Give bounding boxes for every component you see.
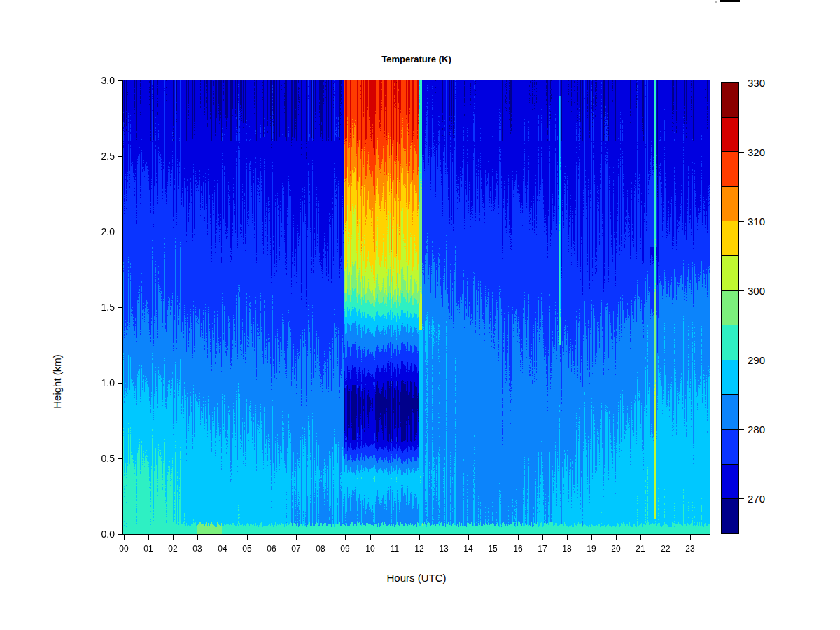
x-tick-label: 21 <box>631 544 650 554</box>
colorbar-tick <box>739 429 744 430</box>
x-tick <box>173 535 174 540</box>
colorbar-segment <box>722 290 738 326</box>
colorbar-tick-label: 300 <box>748 285 765 297</box>
colorbar-tick-label: 320 <box>748 146 765 158</box>
y-tick <box>118 232 123 232</box>
colorbar-segment <box>722 151 738 186</box>
x-tick-label: 07 <box>287 544 305 554</box>
colorbar-segment <box>722 464 738 499</box>
x-tick <box>419 535 420 540</box>
colorbar-segment <box>722 360 738 395</box>
colorbar-tick <box>739 498 744 499</box>
x-tick <box>542 535 543 540</box>
x-tick <box>197 535 198 540</box>
top-edge-speck <box>715 1 718 3</box>
colorbar-segment <box>722 186 738 221</box>
colorbar-tick <box>739 290 744 291</box>
x-tick-label: 05 <box>238 544 256 554</box>
colorbar-tick-label: 310 <box>748 216 765 227</box>
colorbar-tick-label: 290 <box>748 354 765 366</box>
x-tick <box>690 535 691 540</box>
colorbar-segment <box>722 394 738 429</box>
x-tick <box>395 535 396 540</box>
y-tick-label: 2.5 <box>87 150 115 162</box>
x-tick-label: 08 <box>312 544 330 554</box>
y-tick <box>118 80 123 81</box>
colorbar-segment <box>722 220 738 255</box>
colorbar-tick-label: 280 <box>748 424 765 435</box>
y-tick-label: 2.0 <box>87 226 115 237</box>
x-tick-label: 23 <box>681 544 699 554</box>
y-tick <box>118 156 123 157</box>
x-tick-label: 20 <box>607 544 625 554</box>
colorbar-segment <box>722 498 738 533</box>
colorbar-segment <box>722 429 738 464</box>
x-tick-label: 17 <box>533 544 552 554</box>
clipped-top-colorbar-artifact <box>720 0 740 2</box>
x-tick <box>444 535 444 540</box>
x-tick <box>345 535 346 540</box>
x-tick-label: 00 <box>115 544 133 554</box>
chart-title: Temperature (K) <box>123 54 710 64</box>
x-tick <box>370 535 371 540</box>
x-tick <box>223 535 223 540</box>
x-tick-label: 06 <box>262 544 281 554</box>
x-tick-label: 14 <box>459 544 477 554</box>
colorbar-tick <box>739 360 744 360</box>
x-tick <box>124 535 125 540</box>
x-tick-label: 13 <box>435 544 453 554</box>
x-tick-label: 09 <box>336 544 354 554</box>
y-tick-label: 1.0 <box>87 377 115 388</box>
colorbar-tick <box>739 221 744 222</box>
y-axis-title: Height (km) <box>51 354 63 409</box>
y-tick-label: 0.5 <box>87 453 115 464</box>
x-tick <box>616 535 617 540</box>
x-tick-label: 16 <box>509 544 527 554</box>
colorbar-tick <box>739 152 744 153</box>
x-tick-label: 10 <box>361 544 379 554</box>
x-tick-label: 03 <box>188 544 206 554</box>
x-tick <box>296 535 297 540</box>
x-tick <box>148 535 149 540</box>
x-axis-title: Hours (UTC) <box>123 572 710 584</box>
x-tick-label: 18 <box>558 544 576 554</box>
colorbar-segment <box>722 83 738 117</box>
temperature-heatmap-figure: Temperature (K) 0.00.51.01.52.02.53.0 00… <box>0 0 840 630</box>
colorbar-segment <box>722 255 738 290</box>
y-tick <box>118 534 123 535</box>
x-tick <box>493 535 493 540</box>
y-tick <box>118 307 123 308</box>
y-tick <box>118 383 123 384</box>
x-tick-label: 12 <box>410 544 428 554</box>
x-tick <box>468 535 469 540</box>
y-tick <box>118 458 123 459</box>
x-tick <box>640 535 641 540</box>
x-tick-label: 15 <box>484 544 502 554</box>
x-tick <box>321 535 321 540</box>
x-tick-label: 22 <box>657 544 675 554</box>
x-tick <box>272 535 272 540</box>
x-tick <box>567 535 568 540</box>
colorbar-tick-label: 330 <box>748 77 765 89</box>
x-tick <box>518 535 519 540</box>
x-tick-label: 11 <box>386 544 404 554</box>
colorbar-segment <box>722 117 738 152</box>
plot-frame <box>122 80 710 535</box>
x-tick <box>592 535 592 540</box>
y-tick-label: 1.5 <box>87 302 115 313</box>
colorbar-tick <box>739 83 744 83</box>
x-tick <box>247 535 248 540</box>
colorbar <box>721 82 739 534</box>
x-tick-label: 19 <box>582 544 601 554</box>
x-tick <box>666 535 666 540</box>
y-tick-label: 3.0 <box>87 75 115 86</box>
x-tick-label: 04 <box>214 544 232 554</box>
colorbar-segment <box>722 325 738 360</box>
x-tick-label: 02 <box>164 544 182 554</box>
x-tick-label: 01 <box>139 544 158 554</box>
colorbar-tick-label: 270 <box>748 493 765 505</box>
y-tick-label: 0.0 <box>87 528 115 540</box>
